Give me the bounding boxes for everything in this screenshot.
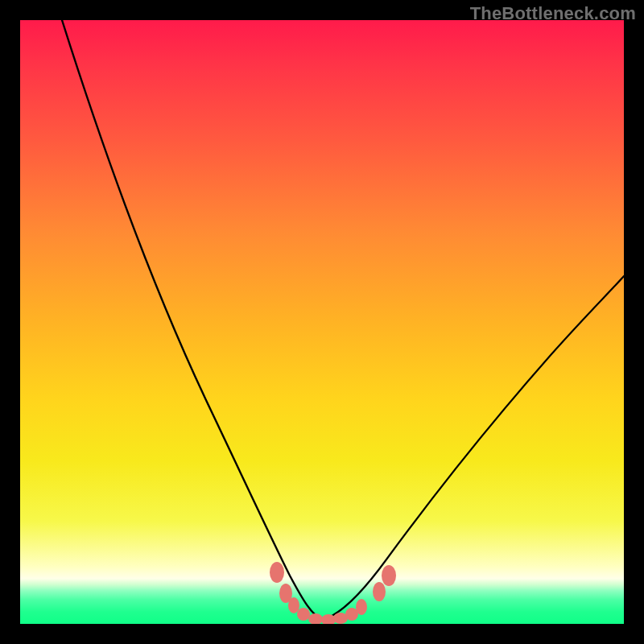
threshold-marker [356,599,367,615]
threshold-marker [373,582,386,601]
threshold-marker [270,562,284,583]
threshold-marker [308,613,323,624]
threshold-marker [288,597,299,613]
right-curve [322,276,624,620]
chart-frame [20,20,624,624]
watermark-text: TheBottleneck.com [470,3,636,24]
threshold-marker [297,608,310,621]
curve-layer [62,20,624,620]
bottleneck-chart [20,20,624,624]
left-curve [62,20,322,620]
threshold-marker [382,565,396,586]
